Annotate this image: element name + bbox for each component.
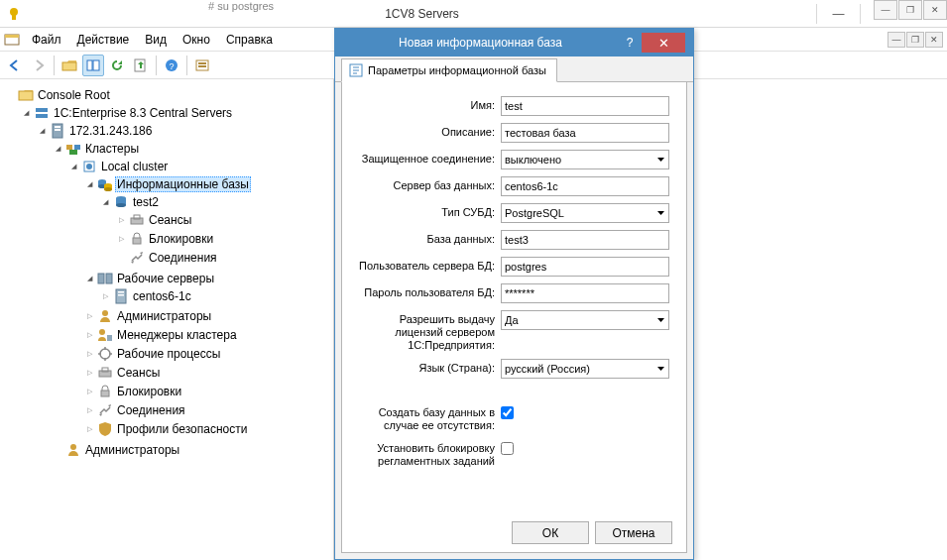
expander[interactable] bbox=[83, 423, 95, 435]
node-managers[interactable]: Менеджеры кластера bbox=[115, 328, 239, 342]
open-folder-icon[interactable] bbox=[59, 55, 80, 76]
svg-rect-15 bbox=[36, 114, 48, 118]
mdi-close-button[interactable]: ✕ bbox=[925, 32, 943, 48]
infobases-icon bbox=[97, 176, 113, 192]
dialog-close-button[interactable]: ✕ bbox=[642, 33, 685, 53]
label-dbname: База данных: bbox=[352, 230, 501, 245]
svg-rect-20 bbox=[74, 145, 80, 150]
menu-action[interactable]: Действие bbox=[69, 31, 138, 49]
managers-icon bbox=[97, 327, 113, 343]
node-infobases[interactable]: Информационные базы bbox=[115, 176, 251, 192]
node-test2[interactable]: test2 bbox=[131, 195, 161, 209]
expander[interactable] bbox=[83, 329, 95, 341]
expander[interactable] bbox=[83, 348, 95, 360]
menu-window[interactable]: Окно bbox=[175, 31, 218, 49]
forward-button[interactable] bbox=[28, 55, 50, 76]
node-local-cluster[interactable]: Local cluster bbox=[99, 160, 170, 173]
help-icon[interactable]: ? bbox=[618, 36, 642, 50]
svg-point-44 bbox=[100, 349, 110, 359]
expander[interactable] bbox=[67, 161, 79, 172]
node-sessions2[interactable]: Сеансы bbox=[115, 366, 162, 380]
svg-rect-39 bbox=[118, 291, 124, 293]
mdi-restore-button[interactable]: ❐ bbox=[906, 32, 924, 48]
export-icon[interactable] bbox=[130, 55, 152, 76]
expander[interactable] bbox=[36, 125, 48, 137]
tab-label: Параметры информационной базы bbox=[368, 64, 546, 76]
node-console-root[interactable]: Console Root bbox=[36, 88, 112, 102]
dialog-titlebar: Новая информационная база ? ✕ bbox=[335, 29, 693, 56]
input-dbpass[interactable] bbox=[501, 283, 669, 303]
expander[interactable] bbox=[83, 386, 95, 397]
label-desc: Описание: bbox=[352, 123, 501, 138]
help-icon[interactable]: ? bbox=[161, 55, 182, 76]
outer-close-button[interactable]: ✕ bbox=[923, 0, 947, 20]
node-admins[interactable]: Администраторы bbox=[115, 309, 213, 323]
expander[interactable] bbox=[99, 290, 111, 302]
expander[interactable] bbox=[83, 367, 95, 379]
new-infobase-dialog: Новая информационная база ? ✕ Параметры … bbox=[334, 28, 694, 560]
connections-icon bbox=[129, 250, 145, 266]
expander[interactable] bbox=[99, 196, 111, 208]
menu-view[interactable]: Вид bbox=[137, 31, 175, 49]
label-lang: Язык (Страна): bbox=[352, 359, 501, 374]
locks-icon bbox=[97, 384, 113, 399]
mmc-icon bbox=[4, 32, 20, 48]
1c-server-icon bbox=[34, 105, 50, 121]
input-dbuser[interactable] bbox=[501, 257, 669, 277]
checkbox-lockjobs[interactable] bbox=[501, 442, 514, 455]
node-server-ip[interactable]: 172.31.243.186 bbox=[67, 124, 154, 138]
svg-point-42 bbox=[99, 329, 105, 335]
node-sessions[interactable]: Сеансы bbox=[147, 213, 193, 227]
view-list-icon[interactable] bbox=[82, 55, 104, 76]
menu-file[interactable]: Файл bbox=[24, 31, 69, 49]
window-titlebar: 1CV8 Servers — ▢ bbox=[0, 0, 947, 28]
menu-help[interactable]: Справка bbox=[218, 31, 281, 49]
node-processes[interactable]: Рабочие процессы bbox=[115, 347, 222, 361]
input-dbname[interactable] bbox=[501, 230, 669, 250]
expander[interactable] bbox=[52, 143, 63, 155]
tab-parameters[interactable]: Параметры информационной базы bbox=[341, 58, 557, 82]
node-locks2[interactable]: Блокировки bbox=[115, 385, 183, 398]
combo-dbtype[interactable]: PostgreSQL bbox=[501, 203, 669, 223]
chevron-down-icon bbox=[652, 204, 668, 222]
expander[interactable] bbox=[83, 310, 95, 322]
input-dbserver[interactable] bbox=[501, 176, 669, 196]
ok-button[interactable]: ОК bbox=[512, 521, 589, 544]
svg-rect-1 bbox=[12, 15, 16, 20]
refresh-icon[interactable] bbox=[106, 55, 128, 76]
svg-rect-36 bbox=[98, 274, 104, 283]
expander[interactable] bbox=[83, 404, 95, 416]
node-connections2[interactable]: Соединения bbox=[115, 403, 187, 417]
outer-restore-button[interactable]: ❐ bbox=[898, 0, 922, 20]
node-centos[interactable]: centos6-1c bbox=[131, 289, 193, 303]
expander[interactable] bbox=[115, 233, 127, 245]
minimize-button[interactable]: — bbox=[816, 4, 860, 24]
cancel-button[interactable]: Отмена bbox=[595, 521, 672, 544]
outer-min-button[interactable]: — bbox=[874, 0, 897, 20]
expander[interactable] bbox=[83, 178, 95, 190]
node-security-profiles[interactable]: Профили безопасности bbox=[115, 422, 249, 436]
expander[interactable] bbox=[83, 273, 95, 284]
label-dbuser: Пользователь сервера БД: bbox=[352, 257, 501, 272]
node-central-servers[interactable]: 1C:Enterprise 8.3 Central Servers bbox=[52, 106, 234, 120]
expander[interactable] bbox=[115, 214, 127, 226]
combo-secure[interactable]: выключено bbox=[501, 150, 669, 169]
input-desc[interactable] bbox=[501, 123, 669, 143]
node-connections[interactable]: Соединения bbox=[147, 251, 219, 265]
server-icon bbox=[50, 123, 65, 139]
node-admins2[interactable]: Администраторы bbox=[83, 443, 181, 457]
node-clusters[interactable]: Кластеры bbox=[83, 142, 141, 156]
input-name[interactable] bbox=[501, 96, 669, 116]
mdi-minimize-button[interactable]: — bbox=[888, 32, 905, 48]
svg-text:?: ? bbox=[169, 61, 174, 71]
combo-lang[interactable]: русский (Россия) bbox=[501, 359, 669, 379]
back-button[interactable] bbox=[4, 55, 26, 76]
expander[interactable] bbox=[20, 107, 32, 119]
svg-rect-5 bbox=[87, 60, 92, 70]
combo-license[interactable]: Да bbox=[501, 310, 669, 330]
custom-action-icon[interactable] bbox=[191, 55, 213, 76]
node-locks[interactable]: Блокировки bbox=[147, 232, 215, 246]
node-work-servers[interactable]: Рабочие серверы bbox=[115, 272, 216, 285]
checkbox-createdb[interactable] bbox=[501, 406, 514, 419]
tree-pane: Console Root 1C:Enterprise 8.3 Central S… bbox=[0, 79, 334, 560]
